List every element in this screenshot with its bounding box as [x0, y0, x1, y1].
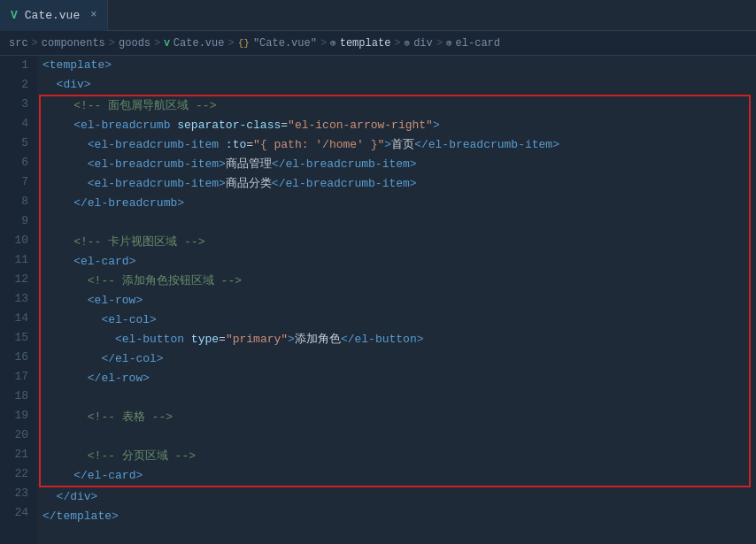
tab-bar: V Cate.vue ×	[0, 0, 756, 31]
code-line-6: <el-breadcrumb-item>商品管理</el-breadcrumb-…	[41, 155, 749, 174]
code-line-22: </el-card>	[41, 466, 749, 486]
tab-cate-vue[interactable]: V Cate.vue ×	[0, 0, 108, 31]
code-area: 1 2 3 4 5 6 7 8 9 10 11 12 13 14 15 16 1…	[0, 56, 756, 544]
ln-8: 8	[0, 192, 37, 211]
tab-close-button[interactable]: ×	[90, 9, 96, 21]
ln-15: 15	[0, 328, 37, 348]
ln-24: 24	[0, 503, 37, 523]
breadcrumb-nav: src > components > goods > V Cate.vue > …	[0, 31, 756, 56]
bc-arrow-icon1: ⊕	[330, 37, 336, 49]
bc-arrow-icon2: ⊕	[405, 37, 411, 49]
code-content[interactable]: <template> <div> <!-- 面包屑导航区域 --> <el-br…	[37, 56, 756, 544]
code-line-10: <!-- 卡片视图区域 -->	[41, 233, 749, 252]
code-line-15: <el-button type="primary">添加角色</el-butto…	[41, 330, 749, 349]
code-line-13: <el-row>	[41, 291, 749, 310]
ln-3: 3	[0, 95, 37, 114]
ln-6: 6	[0, 153, 37, 172]
code-line-11: <el-card>	[41, 252, 749, 272]
ln-1: 1	[0, 56, 37, 75]
ln-11: 11	[0, 250, 37, 270]
bc-catevue: Cate.vue	[174, 37, 225, 50]
code-line-3: <!-- 面包屑导航区域 -->	[41, 96, 749, 116]
ln-2: 2	[0, 75, 37, 95]
bc-sep5: >	[320, 37, 327, 50]
bc-src: src	[9, 37, 28, 50]
ln-13: 13	[0, 289, 37, 309]
code-line-19: <!-- 表格 -->	[41, 408, 749, 427]
code-line-14: <el-col>	[41, 310, 749, 330]
ln-20: 20	[0, 425, 37, 445]
code-line-2: <div>	[37, 75, 756, 95]
bc-arrow-icon3: ⊕	[446, 37, 452, 49]
code-line-23: </div>	[37, 487, 756, 507]
ln-16: 16	[0, 348, 37, 367]
bc-sep4: >	[228, 37, 234, 50]
highlighted-code-region: <!-- 面包屑导航区域 --> <el-breadcrumb separato…	[39, 95, 751, 487]
bc-catevue2: "Cate.vue"	[253, 37, 317, 50]
ln-22: 22	[0, 464, 37, 484]
bc-bracket-icon: {}	[238, 38, 250, 49]
ln-10: 10	[0, 231, 37, 250]
ln-14: 14	[0, 309, 37, 328]
code-line-16: </el-col>	[41, 349, 749, 369]
ln-17: 17	[0, 367, 37, 387]
bc-vue-icon: V	[164, 38, 170, 49]
code-line-24: </template>	[37, 507, 756, 526]
vue-icon: V	[11, 9, 18, 22]
ln-4: 4	[0, 114, 37, 134]
code-line-17: </el-row>	[41, 369, 749, 388]
line-numbers: 1 2 3 4 5 6 7 8 9 10 11 12 13 14 15 16 1…	[0, 56, 37, 544]
bc-template: template	[340, 37, 391, 50]
editor: 1 2 3 4 5 6 7 8 9 10 11 12 13 14 15 16 1…	[0, 56, 756, 544]
code-line-1: <template>	[37, 56, 756, 75]
code-line-12: <!-- 添加角色按钮区域 -->	[41, 272, 749, 291]
code-line-8: </el-breadcrumb>	[41, 194, 749, 213]
bc-sep2: >	[109, 37, 115, 50]
bc-sep6: >	[394, 37, 400, 50]
ln-5: 5	[0, 134, 37, 153]
code-line-7: <el-breadcrumb-item>商品分类</el-breadcrumb-…	[41, 174, 749, 194]
bc-goods: goods	[119, 37, 150, 50]
code-line-20	[41, 427, 749, 447]
tab-filename: Cate.vue	[25, 9, 80, 22]
bc-components: components	[42, 37, 105, 50]
bc-sep3: >	[154, 37, 160, 50]
ln-23: 23	[0, 484, 37, 503]
ln-12: 12	[0, 270, 37, 289]
ln-19: 19	[0, 406, 37, 425]
ln-18: 18	[0, 387, 37, 406]
code-line-4: <el-breadcrumb separator-class="el-icon-…	[41, 116, 749, 135]
bc-div: div	[413, 37, 433, 50]
bc-sep1: >	[32, 37, 38, 50]
bc-sep7: >	[436, 37, 443, 50]
code-line-9	[41, 213, 749, 233]
bc-elcard: el-card	[456, 37, 500, 50]
code-line-21: <!-- 分页区域 -->	[41, 447, 749, 466]
ln-7: 7	[0, 172, 37, 192]
code-line-5: <el-breadcrumb-item :to="{ path: '/home'…	[41, 135, 749, 155]
code-line-18	[41, 388, 749, 408]
ln-21: 21	[0, 445, 37, 464]
ln-9: 9	[0, 211, 37, 231]
